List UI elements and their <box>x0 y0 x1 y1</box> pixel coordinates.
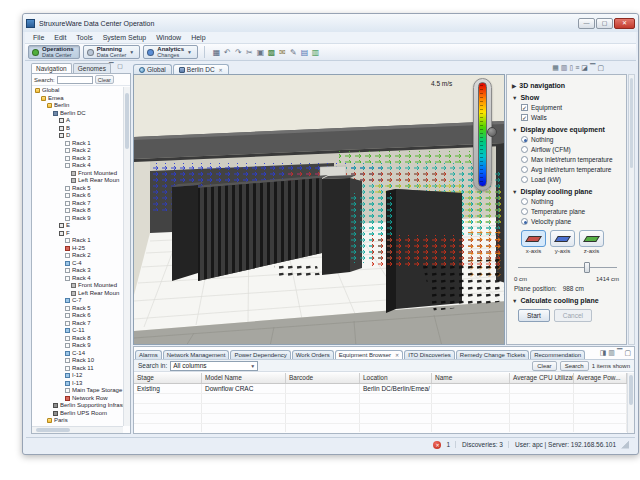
option-airflow-cfm[interactable]: Airflow (CFM) <box>521 146 621 153</box>
tree-item-rack-6[interactable]: Rack 6 <box>32 312 123 320</box>
close-button[interactable]: ✕ <box>614 18 635 29</box>
column-header-average-cpu-utilization[interactable]: Average CPU Utilization ... <box>510 373 574 383</box>
tree-item-main-tape-storage[interactable]: Main Tape Storage <box>32 387 123 395</box>
copy-icon[interactable]: ▣ <box>255 45 266 60</box>
checkbox-equipment[interactable]: ✓ <box>521 104 528 111</box>
tools-icon[interactable]: ✎ <box>288 45 299 60</box>
clear-search-button[interactable]: Clear <box>95 75 114 84</box>
screenshot-icon[interactable]: ▩ <box>266 45 277 60</box>
section-display-cooling-plane[interactable]: ▼Display cooling plane <box>512 188 621 195</box>
search-button[interactable]: Search <box>560 361 589 371</box>
scale-settings-icon[interactable] <box>487 127 497 137</box>
tree-item-a[interactable]: A <box>32 117 123 125</box>
tree-item-berlin-ups-room[interactable]: Berlin UPS Room <box>32 410 123 418</box>
tree-horizontal-scrollbar[interactable] <box>32 426 123 433</box>
dropdown-caret-icon[interactable]: ▼ <box>129 49 134 55</box>
checkbox-walls[interactable]: ✓ <box>521 114 528 121</box>
tab-genomes[interactable]: Genomes <box>73 63 111 73</box>
tab-equipment-browser[interactable]: Equipment Browser✕ <box>335 350 404 359</box>
tree-item-rack-10[interactable]: Rack 10 <box>32 357 123 365</box>
save-icon[interactable]: ▦ <box>211 45 222 60</box>
y-axis-button[interactable] <box>550 230 575 247</box>
clear-table-icon[interactable]: ◨ <box>600 348 607 357</box>
close-tab-icon[interactable]: ✕ <box>219 67 223 73</box>
tree-item-rack-2[interactable]: Rack 2 <box>32 147 123 155</box>
maximize-view-icon[interactable]: ▢ <box>624 348 631 357</box>
menu-help[interactable]: Help <box>186 34 210 41</box>
tree-item-e[interactable]: E <box>32 222 123 230</box>
tree-item-rack-4[interactable]: Rack 4 <box>32 162 123 170</box>
radio-temperature-plane[interactable] <box>521 208 528 215</box>
tree-item-rack-3[interactable]: Rack 3 <box>32 267 123 275</box>
tree-item-i-13[interactable]: I-13 <box>32 380 123 388</box>
mail-icon[interactable]: ✉ <box>277 45 288 60</box>
tree-item-paris[interactable]: Paris <box>32 417 123 425</box>
mode-operations[interactable]: OperationsData Center <box>28 45 80 59</box>
tree-item-berlin-supporting-infrastru[interactable]: Berlin Supporting Infrastru <box>32 402 123 410</box>
tab-alarms[interactable]: Alarms <box>135 350 162 359</box>
tab-recommendation[interactable]: Recommendation <box>530 350 585 359</box>
tree-item-b[interactable]: B <box>32 125 123 133</box>
error-icon[interactable]: ✕ <box>433 441 441 449</box>
options-scrollbar[interactable] <box>628 74 635 345</box>
x-axis-button[interactable] <box>521 230 546 247</box>
option-avg-inlet-return-temperature[interactable]: Avg inlet/return temperature <box>521 166 621 173</box>
view-list-icon[interactable]: ≡ <box>575 63 579 72</box>
close-tab-icon[interactable]: ✕ <box>395 352 399 358</box>
mode-planning[interactable]: PlanningData Center▼ <box>83 45 141 59</box>
resize-grip-icon[interactable] <box>621 441 629 449</box>
section-calculate-cooling-plane[interactable]: ▼Calculate cooling plane <box>512 297 621 304</box>
menu-edit[interactable]: Edit <box>49 34 71 41</box>
clear-filter-button[interactable]: Clear <box>532 361 556 371</box>
option-walls[interactable]: ✓Walls <box>521 114 621 121</box>
tab-navigation[interactable]: Navigation <box>31 63 72 73</box>
tab-remedy-change-tickets[interactable]: Remedy Change Tickets <box>456 350 529 359</box>
menu-file[interactable]: File <box>28 34 49 41</box>
minimize-view-icon[interactable]: ▔ <box>590 63 595 72</box>
section-display-above-equipment[interactable]: ▼Display above equipment <box>512 126 621 133</box>
tree-item-rack-9[interactable]: Rack 9 <box>32 215 123 223</box>
report-green-icon[interactable]: ▥ <box>310 45 321 60</box>
option-nothing[interactable]: Nothing <box>521 136 621 143</box>
tab-network-management[interactable]: Network Management <box>163 350 230 359</box>
plane-position-slider[interactable] <box>518 261 617 273</box>
radio-avg-inlet-return-temperature[interactable] <box>521 166 528 173</box>
title-bar[interactable]: StruxureWare Data Center Operation — ▢ ✕ <box>23 14 638 32</box>
scrollbar-thumb[interactable] <box>629 375 633 405</box>
column-header-average-pow[interactable]: Average Pow... <box>574 373 627 383</box>
tree-item-rack-4[interactable]: Rack 4 <box>32 275 123 283</box>
tree-item-c-4[interactable]: C-4 <box>32 260 123 268</box>
tree-item-rack-7[interactable]: Rack 7 <box>32 320 123 328</box>
option-nothing[interactable]: Nothing <box>521 198 621 205</box>
tree-item-global[interactable]: Global <box>32 87 123 95</box>
tree-item-c-14[interactable]: C-14 <box>32 350 123 358</box>
minimize-view-icon[interactable]: ▔ <box>617 348 622 357</box>
radio-nothing[interactable] <box>521 198 528 205</box>
maximize-view-icon[interactable]: ▢ <box>597 63 604 72</box>
filter-icon[interactable]: ▥ <box>608 348 615 357</box>
table-row[interactable]: ExistingDownflow CRACBerlin DC/Berlin/Em… <box>134 384 627 394</box>
tree-item-rack-2[interactable]: Rack 2 <box>32 252 123 260</box>
tree-item-i-12[interactable]: I-12 <box>32 372 123 380</box>
tree-item-left-rear-moun[interactable]: Left Rear Moun <box>32 290 123 298</box>
report-blue-icon[interactable]: ▤ <box>299 45 310 60</box>
radio-airflow-cfm[interactable] <box>521 146 528 153</box>
tree-item-rack-7[interactable]: Rack 7 <box>32 200 123 208</box>
active-view-icon[interactable]: ◪ <box>581 63 588 72</box>
tree-item-rack-1[interactable]: Rack 1 <box>32 140 123 148</box>
maximize-button[interactable]: ▢ <box>596 18 613 29</box>
search-input[interactable] <box>57 76 93 84</box>
editor-tab-berlin-dc[interactable]: Berlin DC✕ <box>173 64 229 74</box>
tree-item-rack-3[interactable]: Rack 3 <box>32 155 123 163</box>
column-header-barcode[interactable]: Barcode <box>286 373 360 383</box>
option-load-kw[interactable]: Load (kW) <box>521 176 621 183</box>
search-column-select[interactable]: All columns ▼ <box>170 361 258 371</box>
slider-thumb[interactable] <box>584 262 590 273</box>
mode-analytics[interactable]: AnalyticsChanges▼ <box>143 45 198 59</box>
column-header-model-name[interactable]: Model Name <box>202 373 286 383</box>
column-header-location[interactable]: Location <box>360 373 432 383</box>
tree-item-rack-1[interactable]: Rack 1 <box>32 237 123 245</box>
section-show[interactable]: ▼Show <box>512 94 621 101</box>
view-table-icon[interactable]: ▥ <box>561 63 568 72</box>
table-scrollbar[interactable] <box>627 373 634 433</box>
